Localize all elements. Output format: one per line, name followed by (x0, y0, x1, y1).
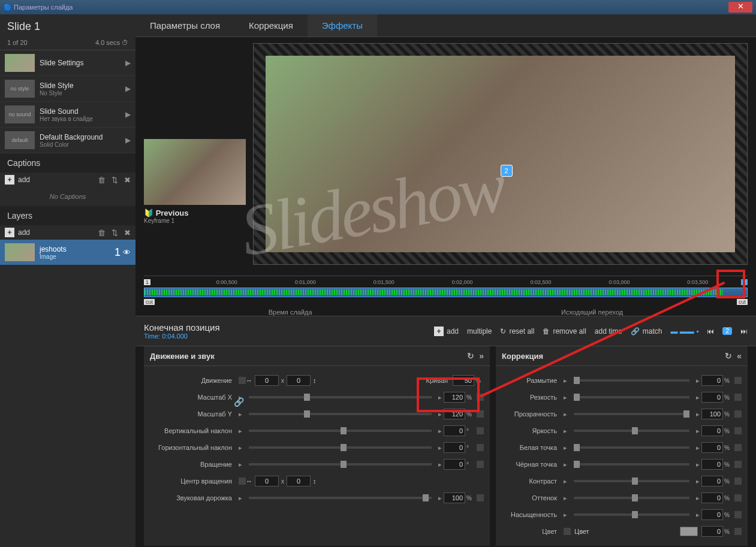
close-button[interactable]: ✕ (728, 2, 752, 13)
center-y-input[interactable] (287, 476, 311, 486)
reset-icon[interactable]: ↻ (467, 351, 474, 361)
trash-icon[interactable]: 🗑 (98, 228, 106, 237)
scale-x-input[interactable] (444, 392, 465, 403)
checkbox[interactable] (239, 478, 246, 485)
sidebar-item-sound[interactable]: no sound Slide SoundНет звука в слайде ▶ (0, 102, 135, 128)
rotation-input[interactable] (444, 459, 465, 470)
rotation-slider[interactable] (249, 463, 432, 466)
kf-view-icons[interactable]: ▬ ▬▬ ▪ (671, 327, 699, 336)
arrow-icon[interactable]: ▸ (436, 427, 444, 435)
tilt-h-input[interactable] (444, 442, 465, 453)
color-swatch[interactable] (680, 527, 698, 536)
kf-add-button[interactable]: +add (434, 327, 459, 336)
black-input[interactable] (701, 459, 723, 470)
tilt-v-slider[interactable] (249, 430, 432, 432)
sort-icon[interactable]: ⇅ (112, 228, 118, 237)
arrow-icon[interactable]: ▸ (237, 410, 244, 418)
contrast-input[interactable] (701, 476, 723, 486)
arrow-icon[interactable]: ▸ (436, 410, 444, 418)
sidebar-item-background[interactable]: default Default BackgroundSolid Color ▶ (0, 128, 135, 153)
keyframe-marker-1[interactable]: 1 (144, 279, 150, 285)
arrow-icon[interactable]: ▸ (237, 427, 244, 435)
white-slider[interactable] (574, 446, 689, 449)
add-layer-button[interactable]: +add (5, 228, 30, 237)
scale-x-slider[interactable] (249, 396, 432, 398)
tab-correction[interactable]: Коррекция (234, 14, 308, 37)
tilt-h-slider[interactable] (249, 446, 432, 449)
move-y-input[interactable] (287, 375, 311, 386)
checkbox[interactable] (477, 461, 484, 468)
sat-slider[interactable] (574, 513, 689, 516)
tab-effects[interactable]: Эффекты (308, 14, 377, 37)
checkbox[interactable] (239, 377, 246, 384)
sat-input[interactable] (701, 509, 723, 520)
tools-icon[interactable]: ✖ (124, 176, 131, 185)
add-caption-button[interactable]: +add (5, 175, 30, 185)
expand-icon[interactable]: » (479, 351, 484, 361)
sort-icon[interactable]: ⇅ (112, 176, 118, 185)
hue-input[interactable] (701, 492, 723, 503)
blur-slider[interactable] (574, 379, 689, 382)
kf-next-button[interactable]: ⏭ (740, 327, 748, 336)
timeline-track[interactable] (144, 288, 748, 297)
cut-left[interactable]: cut (144, 299, 155, 305)
bright-slider[interactable] (574, 430, 689, 432)
opacity-slider[interactable] (574, 413, 689, 415)
keyframe-marker[interactable]: 2 (501, 165, 513, 177)
black-slider[interactable] (574, 463, 689, 466)
opacity-input[interactable] (701, 409, 723, 419)
kf-match-button[interactable]: 🔗 match (631, 327, 662, 336)
arrow-icon[interactable]: ▸ (237, 461, 244, 469)
audio-slider[interactable] (249, 497, 432, 499)
checkbox[interactable] (477, 427, 484, 434)
audio-input[interactable] (444, 492, 465, 503)
arrow-icon[interactable]: ▸ (436, 444, 444, 452)
bright-input[interactable] (701, 425, 723, 436)
trash-icon[interactable]: 🗑 (98, 176, 106, 185)
checkbox[interactable] (477, 494, 484, 501)
blur-input[interactable] (701, 375, 723, 386)
main-preview[interactable]: 2 (253, 43, 748, 265)
hue-slider[interactable] (574, 497, 689, 499)
kf-reset-button[interactable]: ↻ reset all (500, 327, 534, 336)
color-input[interactable] (701, 526, 723, 537)
center-x-input[interactable] (255, 476, 279, 486)
contrast-slider[interactable] (574, 480, 689, 482)
kf-multiple-button[interactable]: multiple (467, 327, 492, 336)
sidebar-item-style[interactable]: no style Slide StyleNo Style ▶ (0, 76, 135, 102)
sharp-input[interactable] (701, 392, 723, 403)
scale-y-slider[interactable] (249, 413, 432, 415)
arrow-icon[interactable]: ▸ (237, 444, 244, 452)
layer-item[interactable]: jeshootsImage 1 👁 (0, 240, 135, 265)
scale-y-input[interactable] (444, 409, 465, 419)
checkbox[interactable] (477, 394, 484, 401)
collapse-icon[interactable]: « (737, 351, 742, 361)
sharp-slider[interactable] (574, 396, 689, 398)
white-input[interactable] (701, 442, 723, 453)
keyframe-marker-2[interactable]: 2 (741, 279, 748, 285)
checkbox[interactable] (477, 410, 484, 418)
reset-icon[interactable]: ↻ (725, 351, 732, 361)
kf-prev-button[interactable]: ⏮ (707, 327, 714, 336)
arrow-icon[interactable]: ▸ (436, 461, 444, 469)
timeline-ruler[interactable]: 0:00,500 0:01,000 0:01,500 0:02,000 0:02… (144, 276, 748, 288)
eye-icon[interactable]: 👁 (123, 248, 131, 257)
curve-input[interactable] (453, 375, 474, 386)
kf-remove-button[interactable]: 🗑 remove all (543, 327, 586, 336)
kf-addtime-button[interactable]: add time (595, 327, 622, 336)
color-checkbox[interactable] (564, 528, 571, 535)
checkbox[interactable] (477, 444, 484, 451)
link-icon[interactable]: 🔗 (234, 397, 244, 407)
cut-right[interactable]: cut (737, 299, 748, 305)
arrow-icon[interactable]: ▸ (237, 494, 244, 502)
layer-name: jeshoots (40, 245, 115, 253)
tilt-v-input[interactable] (444, 425, 465, 436)
horiz-icon: ↔ (246, 377, 252, 384)
sidebar-item-settings[interactable]: Slide Settings ▶ (0, 50, 135, 76)
previous-thumbnail[interactable] (144, 139, 246, 205)
tab-layer-params[interactable]: Параметры слоя (135, 14, 234, 37)
tools-icon[interactable]: ✖ (124, 228, 131, 237)
arrow-icon[interactable]: ▸ (436, 394, 444, 401)
move-x-input[interactable] (255, 375, 279, 386)
arrow-icon[interactable]: ▸ (436, 494, 444, 502)
